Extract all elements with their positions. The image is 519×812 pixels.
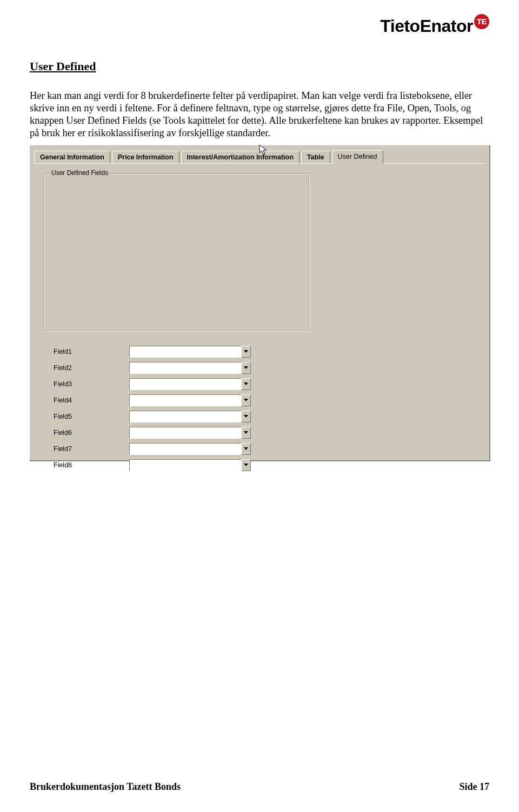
field2-combo[interactable] [129, 362, 251, 374]
field1-input[interactable] [129, 346, 241, 358]
chevron-down-icon [244, 382, 248, 385]
chevron-down-icon [244, 464, 248, 466]
page-footer: Brukerdokumentasjon Tazett Bonds Side 17 [30, 781, 489, 793]
field-label: Field7 [54, 445, 129, 453]
chevron-down-icon [244, 431, 248, 434]
field7-input[interactable] [129, 443, 241, 455]
tab-price-information[interactable]: Price Information [112, 151, 179, 164]
field1-dropdown-button[interactable] [241, 346, 251, 358]
chevron-down-icon [244, 447, 248, 450]
field4-input[interactable] [129, 394, 241, 406]
field8-dropdown-button[interactable] [241, 459, 251, 471]
field4-combo[interactable] [129, 394, 251, 406]
footer-left: Brukerdokumentasjon Tazett Bonds [30, 781, 181, 793]
field-label: Field4 [54, 397, 129, 404]
field7-combo[interactable] [129, 443, 251, 455]
section-heading: User Defined [30, 59, 489, 73]
brand-logo: TietoEnatorTE [380, 16, 489, 36]
field5-dropdown-button[interactable] [241, 411, 251, 422]
field-row: Field6 [54, 425, 300, 440]
app-screenshot: General Information Price Information In… [30, 145, 490, 461]
field3-dropdown-button[interactable] [241, 378, 251, 390]
tab-bar: General Information Price Information In… [30, 145, 489, 163]
brand-text: TietoEnator [380, 16, 473, 36]
field5-input[interactable] [129, 411, 241, 422]
field6-combo[interactable] [129, 427, 251, 439]
field4-dropdown-button[interactable] [241, 394, 251, 406]
tab-content: User Defined Fields Field1 Field2 [34, 163, 485, 460]
field-label: Field8 [54, 461, 129, 469]
field-label: Field1 [54, 348, 129, 355]
field5-combo[interactable] [129, 411, 251, 422]
groupbox-user-defined-fields: User Defined Fields Field1 Field2 [44, 173, 310, 331]
field-row: Field4 [54, 393, 300, 408]
field-label: Field3 [54, 380, 129, 388]
tab-general-information[interactable]: General Information [34, 151, 110, 164]
field-row: Field7 [54, 441, 300, 457]
field3-combo[interactable] [129, 378, 251, 390]
groupbox-title: User Defined Fields [49, 169, 110, 177]
field2-dropdown-button[interactable] [241, 362, 251, 374]
brand-badge: TE [474, 14, 489, 29]
tab-interest-amortization[interactable]: Interest/Amortization Information [181, 151, 300, 164]
chevron-down-icon [244, 366, 248, 369]
field-label: Field6 [54, 429, 129, 437]
field6-dropdown-button[interactable] [241, 427, 251, 439]
field7-dropdown-button[interactable] [241, 443, 251, 455]
field2-input[interactable] [129, 362, 241, 374]
field-row: Field2 [54, 360, 300, 375]
footer-right: Side 17 [459, 781, 489, 793]
chevron-down-icon [244, 399, 248, 401]
field8-combo[interactable] [129, 459, 251, 471]
field-row: Field1 [54, 344, 300, 359]
body-paragraph: Her kan man angi verdi for 8 brukerdefin… [30, 90, 489, 140]
field-row: Field5 [54, 409, 300, 424]
chevron-down-icon [244, 415, 248, 418]
field-label: Field2 [54, 364, 129, 372]
tab-user-defined[interactable]: User Defined [332, 150, 383, 164]
chevron-down-icon [244, 350, 248, 353]
field8-input[interactable] [129, 459, 241, 471]
field-label: Field5 [54, 413, 129, 420]
tab-table[interactable]: Table [301, 151, 330, 164]
field6-input[interactable] [129, 427, 241, 439]
field3-input[interactable] [129, 378, 241, 390]
field-row: Field8 [54, 458, 300, 473]
field-row: Field3 [54, 377, 300, 392]
field1-combo[interactable] [129, 346, 251, 358]
